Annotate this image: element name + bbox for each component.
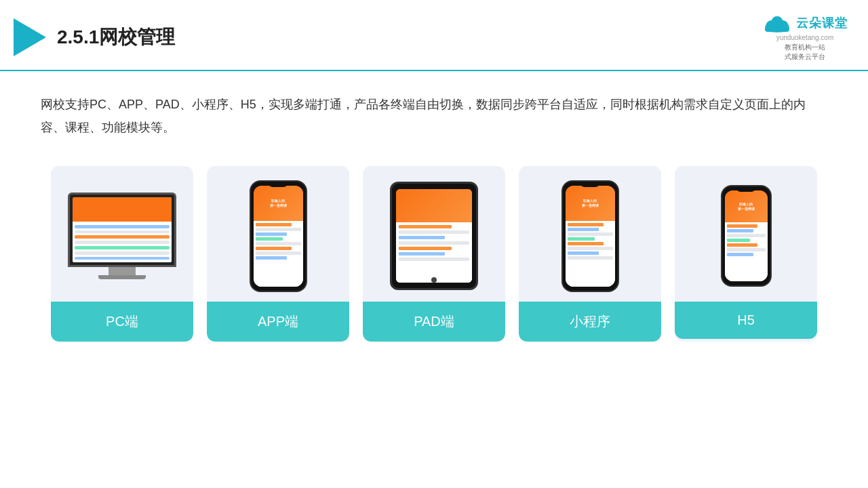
card-pc: PC端 xyxy=(51,166,193,342)
description-text: 网校支持PC、APP、PAD、小程序、H5，实现多端打通，产品各终端自由切换，数… xyxy=(0,71,868,152)
cloud-icon xyxy=(762,12,792,34)
card-miniprogram: 职途人的第一堂网课 xyxy=(519,166,661,342)
card-app: 职途人的第一堂网课 xyxy=(207,166,349,342)
logo-area: 云朵课堂 yunduoketang.com 教育机构一站式服务云平台 xyxy=(762,12,848,62)
pc-mockup xyxy=(68,192,176,279)
tablet-mockup xyxy=(390,182,478,290)
card-label-pad: PAD端 xyxy=(363,302,505,342)
card-label-app: APP端 xyxy=(207,302,349,342)
phone-mockup-app: 职途人的第一堂网课 xyxy=(250,180,307,292)
phone-mockup-mini: 职途人的第一堂网课 xyxy=(561,180,619,292)
card-image-app: 职途人的第一堂网课 xyxy=(207,166,349,302)
card-image-pc xyxy=(51,166,193,302)
header-left: 2.5.1网校管理 xyxy=(14,18,175,56)
card-image-h5: 职途人的第一堂网课 xyxy=(675,166,817,302)
logo-url: yunduoketang.com xyxy=(776,34,834,41)
card-image-pad xyxy=(363,166,505,302)
logo-text: 云朵课堂 xyxy=(796,15,848,31)
card-label-pc: PC端 xyxy=(51,302,193,342)
card-h5: 职途人的第一堂网课 H5 xyxy=(675,166,817,342)
phone-mockup-h5: 职途人的第一堂网课 xyxy=(721,185,772,287)
page-title: 2.5.1网校管理 xyxy=(57,24,175,50)
header: 2.5.1网校管理 云朵课堂 yunduoketang.com 教育机构一站式服… xyxy=(0,0,868,71)
card-pad: PAD端 xyxy=(363,166,505,342)
play-icon xyxy=(14,18,46,56)
logo-sub: 教育机构一站式服务云平台 xyxy=(785,43,825,62)
logo-cloud: 云朵课堂 xyxy=(762,12,848,34)
cards-container: PC端 职途人的第一堂网课 xyxy=(0,152,868,362)
card-label-h5: H5 xyxy=(675,302,817,339)
svg-rect-10 xyxy=(765,26,789,32)
card-image-miniprogram: 职途人的第一堂网课 xyxy=(519,166,661,302)
card-label-miniprogram: 小程序 xyxy=(519,302,661,342)
